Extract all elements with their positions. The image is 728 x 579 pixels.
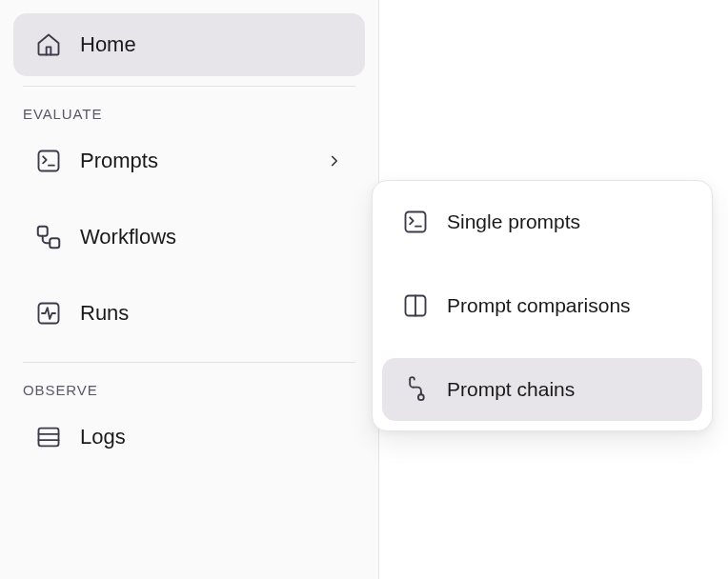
chevron-right-icon (325, 151, 344, 170)
divider (23, 362, 355, 363)
sidebar-item-label: Prompts (80, 149, 158, 173)
home-icon (34, 30, 63, 59)
submenu-item-label: Prompt chains (447, 378, 575, 401)
section-label-observe: OBSERVE (13, 376, 365, 409)
submenu-item-prompt-comparisons[interactable]: Prompt comparisons (382, 274, 702, 337)
sidebar-item-logs[interactable]: Logs (13, 409, 365, 465)
divider (23, 86, 355, 87)
terminal-icon (401, 208, 430, 236)
section-evaluate: Prompts Workflows (13, 133, 365, 341)
svg-rect-4 (39, 429, 59, 447)
sidebar-item-prompts[interactable]: Prompts (13, 133, 365, 189)
submenu-item-label: Prompt comparisons (447, 294, 631, 317)
sidebar-item-label: Home (80, 32, 136, 57)
section-observe: Logs (13, 409, 365, 465)
sidebar-item-home[interactable]: Home (13, 13, 365, 76)
sidebar-item-label: Workflows (80, 225, 176, 250)
prompts-submenu: Single prompts Prompt comparisons Prompt… (372, 180, 713, 431)
columns-icon (401, 291, 430, 320)
chain-icon (401, 375, 430, 404)
terminal-icon (34, 147, 63, 175)
submenu-item-label: Single prompts (447, 210, 580, 233)
sidebar-item-workflows[interactable]: Workflows (13, 210, 365, 265)
sidebar-item-label: Runs (80, 301, 129, 326)
sidebar-item-runs[interactable]: Runs (13, 286, 365, 341)
section-label-evaluate: EVALUATE (13, 100, 365, 133)
submenu-item-prompt-chains[interactable]: Prompt chains (382, 358, 702, 421)
svg-rect-2 (50, 238, 59, 248)
svg-rect-1 (38, 227, 48, 236)
activity-icon (34, 299, 63, 328)
svg-point-10 (418, 394, 424, 400)
sidebar: Home EVALUATE Prompts (0, 0, 379, 579)
workflow-icon (34, 223, 63, 251)
submenu-item-single-prompts[interactable]: Single prompts (382, 190, 702, 253)
svg-rect-0 (39, 151, 59, 171)
svg-rect-7 (406, 212, 426, 232)
sidebar-item-label: Logs (80, 425, 126, 449)
logs-icon (34, 423, 63, 451)
